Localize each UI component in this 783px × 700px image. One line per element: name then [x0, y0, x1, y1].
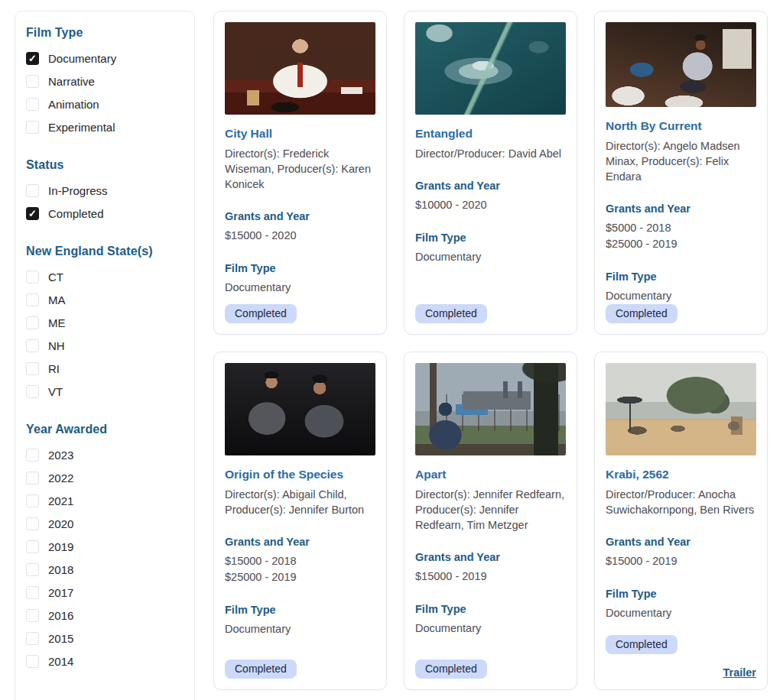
- checkbox-ct[interactable]: [26, 271, 39, 284]
- film-thumbnail[interactable]: [606, 363, 756, 455]
- film-card-apart: Apart Director(s): Jennifer Redfearn, Pr…: [404, 352, 577, 690]
- grant-line: $15000 - 2019: [606, 553, 756, 569]
- filters-sidebar: Film Type Documentary Narrative Animatio…: [15, 11, 195, 700]
- checkbox-completed[interactable]: [26, 207, 39, 220]
- sidebar-item-ct[interactable]: CT: [26, 271, 184, 284]
- grants-list: $15000 - 2020: [225, 228, 375, 244]
- filter-option-label: Experimental: [48, 121, 115, 134]
- sidebar-item-narrative[interactable]: Narrative: [26, 75, 184, 88]
- filter-option-label: Documentary: [48, 52, 116, 65]
- sidebar-item-experimental[interactable]: Experimental: [26, 121, 184, 134]
- sidebar-item-me[interactable]: ME: [26, 316, 184, 329]
- checkbox-experimental[interactable]: [26, 121, 39, 134]
- filter-option-label: 2016: [48, 609, 73, 622]
- checkbox-ma[interactable]: [26, 293, 39, 306]
- grants-list: $5000 - 2018$25000 - 2019: [606, 220, 756, 252]
- checkbox-2018[interactable]: [26, 563, 39, 576]
- sidebar-item-2015[interactable]: 2015: [26, 632, 184, 645]
- filter-option-label: 2014: [48, 655, 73, 668]
- checkbox-2017[interactable]: [26, 586, 39, 599]
- grant-line: $5000 - 2018: [606, 220, 756, 236]
- film-thumbnail[interactable]: [225, 363, 375, 455]
- results-grid: City Hall Director(s): Frederick Wiseman…: [213, 11, 768, 700]
- sidebar-item-ri[interactable]: RI: [26, 362, 184, 375]
- sidebar-item-2022[interactable]: 2022: [26, 472, 184, 484]
- film-type-heading: Film Type: [415, 232, 566, 244]
- grant-line: $10000 - 2020: [415, 197, 566, 213]
- filter-group-film-type: Film Type Documentary Narrative Animatio…: [26, 26, 184, 134]
- filter-option-label: Completed: [48, 207, 104, 220]
- film-thumbnail[interactable]: [415, 363, 566, 455]
- film-credits: Director(s): Abigail Child, Producer(s):…: [225, 487, 375, 517]
- status-badge: Completed: [415, 304, 487, 323]
- checkbox-me[interactable]: [26, 316, 39, 329]
- checkbox-ri[interactable]: [26, 362, 39, 375]
- film-thumbnail[interactable]: [606, 22, 756, 107]
- grants-heading: Grants and Year: [415, 180, 566, 192]
- filter-group-status: Status In-Progress Completed: [26, 158, 184, 220]
- filter-group-year-awarded: Year Awarded 2023 2022 2021 2020 2019 20…: [26, 423, 184, 668]
- sidebar-item-2021[interactable]: 2021: [26, 494, 184, 507]
- grants-list: $15000 - 2018$25000 - 2019: [225, 553, 375, 585]
- filter-option-label: 2020: [48, 517, 73, 530]
- checkbox-vt[interactable]: [26, 385, 39, 398]
- film-type-value: Documentary: [415, 621, 566, 637]
- checkbox-2014[interactable]: [26, 655, 39, 668]
- filter-group-title: Status: [26, 158, 184, 172]
- checkbox-2022[interactable]: [26, 472, 39, 484]
- checkbox-2019[interactable]: [26, 540, 39, 553]
- checkbox-2023[interactable]: [26, 449, 39, 462]
- filter-option-label: 2015: [48, 632, 73, 645]
- filter-option-label: 2021: [48, 494, 73, 507]
- sidebar-item-ma[interactable]: MA: [26, 293, 184, 306]
- sidebar-item-2023[interactable]: 2023: [26, 449, 184, 462]
- filter-option-label: ME: [48, 316, 66, 329]
- film-credits: Director(s): Frederick Wiseman, Producer…: [225, 146, 375, 192]
- filter-option-label: 2017: [48, 586, 73, 599]
- filter-option-label: 2019: [48, 540, 73, 553]
- sidebar-item-2020[interactable]: 2020: [26, 517, 184, 530]
- film-title-link[interactable]: City Hall: [225, 127, 375, 141]
- sidebar-item-nh[interactable]: NH: [26, 339, 184, 352]
- checkbox-2020[interactable]: [26, 517, 39, 530]
- filter-group-title: Film Type: [26, 26, 184, 40]
- checkbox-2015[interactable]: [26, 632, 39, 645]
- sidebar-item-vt[interactable]: VT: [26, 385, 184, 398]
- film-type-heading: Film Type: [606, 588, 756, 600]
- sidebar-item-animation[interactable]: Animation: [26, 98, 184, 111]
- status-badge: Completed: [606, 635, 677, 654]
- sidebar-item-2014[interactable]: 2014: [26, 655, 184, 668]
- film-title-link[interactable]: Apart: [415, 468, 566, 481]
- filter-group-title: New England State(s): [26, 245, 184, 258]
- checkbox-nh[interactable]: [26, 339, 39, 352]
- filter-option-label: NH: [48, 339, 65, 352]
- sidebar-item-completed[interactable]: Completed: [26, 207, 184, 220]
- checkbox-2021[interactable]: [26, 494, 39, 507]
- sidebar-item-in-progress[interactable]: In-Progress: [26, 184, 184, 197]
- checkbox-in-progress[interactable]: [26, 184, 39, 197]
- checkbox-narrative[interactable]: [26, 75, 39, 88]
- film-thumbnail[interactable]: [225, 22, 375, 115]
- film-thumbnail[interactable]: [415, 22, 566, 115]
- film-type-heading: Film Type: [225, 262, 375, 274]
- film-type-value: Documentary: [606, 605, 756, 621]
- sidebar-item-2019[interactable]: 2019: [26, 540, 184, 553]
- filter-option-label: Narrative: [48, 75, 95, 88]
- sidebar-item-documentary[interactable]: Documentary: [26, 52, 184, 65]
- sidebar-item-2017[interactable]: 2017: [26, 586, 184, 599]
- filter-group-new-england-state-s: New England State(s) CT MA ME NH RI VT: [26, 245, 184, 398]
- film-type-value: Documentary: [225, 280, 375, 296]
- checkbox-documentary[interactable]: [26, 52, 39, 65]
- film-title-link[interactable]: Entangled: [415, 127, 566, 141]
- film-title-link[interactable]: Origin of the Species: [225, 468, 375, 481]
- sidebar-item-2016[interactable]: 2016: [26, 609, 184, 622]
- film-credits: Director/Producer: David Abel: [415, 146, 566, 161]
- checkbox-animation[interactable]: [26, 98, 39, 111]
- filter-option-label: RI: [48, 362, 60, 375]
- film-type-heading: Film Type: [606, 271, 756, 283]
- film-title-link[interactable]: North By Current: [606, 119, 756, 133]
- checkbox-2016[interactable]: [26, 609, 39, 622]
- film-title-link[interactable]: Krabi, 2562: [606, 468, 756, 481]
- trailer-link[interactable]: Trailer: [723, 666, 756, 679]
- sidebar-item-2018[interactable]: 2018: [26, 563, 184, 576]
